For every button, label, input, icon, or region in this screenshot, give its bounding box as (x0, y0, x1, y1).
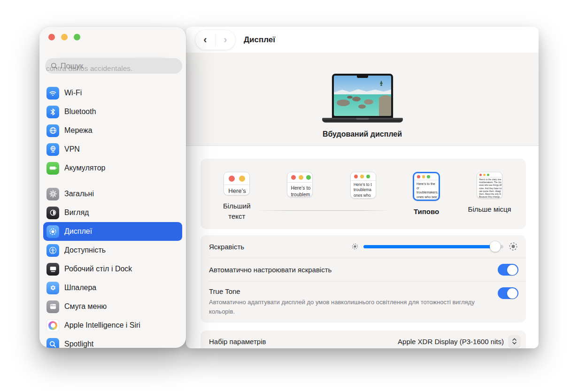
battery-icon (46, 162, 59, 175)
zoom-window-button[interactable] (74, 34, 80, 40)
apple-intelligence-icon (46, 319, 59, 332)
mini-minimize-dot (239, 176, 245, 182)
mini-zoom-dot (366, 175, 370, 178)
scale-option-2[interactable]: Here’s to troublem (272, 172, 328, 203)
mini-zoom-dot (306, 175, 311, 180)
scale-option-more-space[interactable]: Here’s to the crazy one troublemakers. T… (462, 172, 518, 215)
sidebar-item-wifi[interactable]: Wi-Fi (43, 84, 182, 102)
sidebar-item-label: Bluetooth (64, 108, 96, 116)
auto-brightness-label: Автоматично настроювати яскравість (209, 266, 332, 274)
spotlight-icon (46, 338, 59, 348)
close-window-button[interactable] (48, 34, 55, 40)
auto-brightness-toggle[interactable] (498, 264, 518, 276)
preset-label: Набір параметрів (209, 338, 266, 346)
back-button[interactable]: ‹ (195, 30, 215, 50)
macbook-notch (357, 75, 368, 78)
display-hero-section: Вбудований дисплей (186, 53, 539, 146)
settings-content: Here’s Більший текст Here’s to (186, 146, 539, 348)
window-controls (48, 34, 80, 40)
sidebar-item-label: VPN (64, 145, 80, 154)
settings-main-window: ‹ › Дисплеї (186, 27, 539, 348)
settings-sidebar-window: Пошук contra daños accidentales. Wi-Fi (39, 27, 186, 348)
mini-close-dot (291, 175, 296, 180)
mini-minimize-dot (483, 174, 486, 176)
network-icon (46, 124, 59, 137)
scale-label-more-space: Більше місця (468, 204, 511, 215)
sidebar-item-label: Spotlight (64, 340, 93, 348)
sidebar-item-appearance[interactable]: Вигляд (43, 203, 182, 222)
brightness-row: Яскравість (201, 235, 526, 258)
mini-text-line: Here’s to the cr (417, 182, 439, 191)
auto-brightness-row: Автоматично настроювати яскравість (201, 258, 526, 281)
sidebar-item-label: Wi-Fi (64, 89, 82, 97)
page-title: Дисплеї (244, 35, 275, 45)
display-settings-card: Яскравість (201, 235, 526, 323)
true-tone-toggle[interactable] (498, 287, 518, 299)
wifi-icon (46, 87, 59, 100)
sidebar-item-label: Мережа (64, 126, 93, 135)
scale-label-default: Типово (414, 207, 439, 217)
sidebar-item-label: Акумулятор (64, 164, 105, 172)
brightness-high-icon (508, 241, 518, 252)
mini-text-line: troublema (354, 187, 376, 192)
preset-card: Набір параметрів Apple XDR Display (P3-1… (201, 331, 526, 348)
sidebar-item-apple-intelligence[interactable]: Apple Intelligence i Siri (43, 316, 182, 335)
preset-select-button[interactable] (509, 335, 520, 347)
sidebar-item-accessibility[interactable]: Доступність (43, 241, 182, 260)
mini-text-line: rules. And they have no (479, 187, 502, 190)
mini-text-line: ones who see t (417, 195, 439, 201)
mini-close-dot (417, 175, 420, 178)
sidebar-item-bluetooth[interactable]: Bluetooth (43, 102, 182, 121)
scale-option-3[interactable]: Here’s to t troublema ones who (335, 172, 391, 204)
mini-close-dot (229, 176, 235, 182)
scale-thumb-default-selected: Here’s to the cr troublemakers. ones who… (413, 172, 440, 201)
true-tone-label: True Tone (209, 287, 491, 295)
sidebar-item-network[interactable]: Мережа (43, 121, 182, 140)
true-tone-row: True Tone Автоматично адаптувати дисплей… (201, 282, 526, 323)
sidebar-item-wallpaper[interactable]: Шпалера (43, 278, 182, 297)
navigation-pill: ‹ › (195, 30, 235, 50)
gear-icon (46, 188, 59, 200)
mini-minimize-dot (360, 175, 364, 178)
sidebar-list: Wi-Fi Bluetooth Мережа (43, 84, 182, 348)
sidebar-item-desktop-dock[interactable]: Робочий стіл і Dock (43, 260, 182, 278)
brightness-knob[interactable] (490, 241, 501, 252)
brightness-low-icon (351, 243, 359, 250)
scale-thumb-2: Here’s to troublem (287, 172, 313, 197)
sidebar-item-label: Вигляд (64, 208, 89, 217)
brightness-label: Яскравість (209, 243, 244, 251)
ghost-text-artifact: contra daños accidentales. (46, 64, 132, 73)
scale-option-larger-text[interactable]: Here’s Більший текст (208, 172, 265, 222)
mini-zoom-dot (487, 174, 489, 176)
accessibility-icon (46, 244, 59, 257)
sidebar-item-battery[interactable]: Акумулятор (43, 159, 182, 177)
sidebar-item-menubar[interactable]: Смуга меню (43, 297, 182, 316)
mini-close-dot (479, 174, 482, 176)
preset-value: Apple XDR Display (P3-1600 nits) (398, 338, 504, 346)
scale-thumb-3: Here’s to t troublema ones who (350, 172, 376, 199)
sidebar-item-label: Доступність (64, 246, 106, 254)
builtin-display-label: Вбудований дисплей (323, 130, 402, 138)
scale-divider-line (256, 210, 387, 211)
mini-text-line: Here’s (224, 185, 249, 194)
mini-zoom-dot (427, 175, 430, 178)
true-tone-description: Автоматично адаптувати дисплей до умов н… (209, 298, 491, 316)
sidebar-item-displays[interactable]: Дисплеї (43, 222, 182, 241)
sidebar-item-general[interactable]: Загальні (43, 184, 182, 203)
mini-text-line: Here’s to t (354, 182, 376, 187)
minimize-window-button[interactable] (61, 34, 68, 40)
scale-option-default[interactable]: Here’s to the cr troublemakers. ones who… (398, 172, 455, 217)
bluetooth-icon (46, 106, 59, 118)
sidebar-item-label: Смуга меню (64, 302, 107, 311)
macbook-screen (332, 74, 393, 118)
menubar-icon (46, 300, 59, 313)
vpn-icon (46, 143, 59, 156)
sidebar-item-vpn[interactable]: VPN (43, 140, 182, 159)
mini-text-line: Because they change th (479, 196, 502, 199)
brightness-slider[interactable] (363, 245, 503, 248)
forward-button[interactable]: › (216, 30, 235, 50)
mini-text-line: ones who see things dif (479, 184, 502, 187)
sidebar-item-label: Apple Intelligence i Siri (64, 321, 140, 330)
sidebar-item-label: Загальні (64, 190, 94, 198)
sidebar-item-spotlight[interactable]: Spotlight (43, 335, 182, 348)
